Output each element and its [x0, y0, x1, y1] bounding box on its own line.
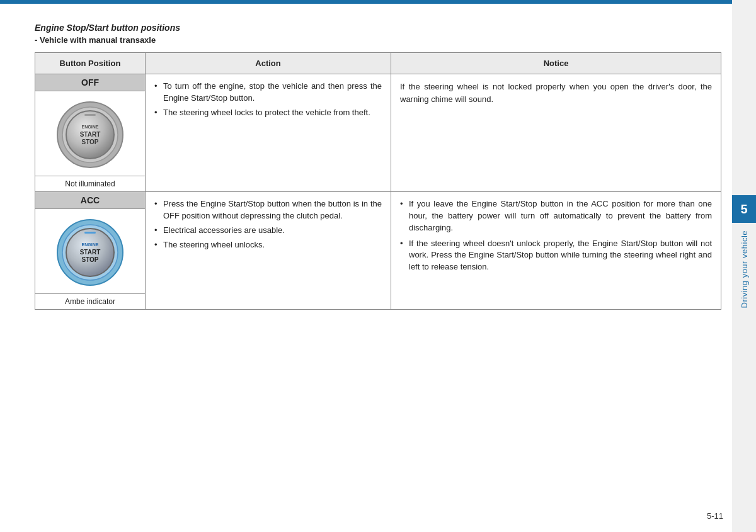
acc-caption: Ambe indicator	[35, 293, 145, 309]
acc-notice-list: If you leave the Engine Start/Stop butto…	[400, 198, 712, 273]
main-table: Button Position Action Notice OFF	[35, 52, 721, 310]
off-notice-cell: If the steering wheel is not locked prop…	[391, 74, 721, 192]
list-item: The steering wheel locks to protect the …	[154, 107, 382, 119]
off-badge: OFF	[35, 74, 145, 91]
off-caption: Not illuminated	[35, 176, 145, 191]
svg-rect-10	[84, 232, 96, 234]
acc-action-cell: Press the Engine Start/Stop button when …	[146, 192, 391, 310]
header-action: Action	[146, 53, 391, 74]
page-number: 5-11	[707, 511, 723, 521]
svg-text:START: START	[80, 249, 101, 256]
list-item: The steering wheel unlocks.	[154, 239, 382, 251]
acc-action-list: Press the Engine Start/Stop button when …	[154, 198, 382, 251]
header-notice: Notice	[391, 53, 721, 74]
off-button-image: ENGINE START STOP	[35, 91, 145, 176]
button-col-acc: ACC	[35, 192, 145, 309]
page-subtitle: - Vehicle with manual transaxle	[35, 35, 721, 45]
table-row: ACC	[35, 192, 721, 310]
button-col-off: OFF	[35, 74, 145, 191]
list-item: Electrical accessories are usable.	[154, 225, 382, 237]
list-item: If the steering wheel doesn't unlock pro…	[400, 238, 712, 274]
acc-notice-cell: If you leave the Engine Start/Stop butto…	[391, 192, 721, 310]
table-row: OFF	[35, 74, 721, 192]
svg-rect-3	[84, 114, 96, 116]
acc-badge: ACC	[35, 192, 145, 209]
acc-button-image: ENGINE START STOP	[35, 209, 145, 293]
list-item: Press the Engine Start/Stop button when …	[154, 198, 382, 222]
svg-text:STOP: STOP	[81, 139, 98, 145]
page-title: Engine Stop/Start button positions	[35, 23, 721, 33]
off-action-cell: To turn off the engine, stop the vehicle…	[146, 74, 391, 192]
svg-text:ENGINE: ENGINE	[82, 242, 99, 247]
list-item: To turn off the engine, stop the vehicle…	[154, 81, 382, 105]
content-area: Engine Stop/Start button positions - Veh…	[0, 4, 756, 322]
svg-text:START: START	[80, 131, 101, 138]
svg-text:STOP: STOP	[81, 256, 98, 263]
list-item: If you leave the Engine Start/Stop butto…	[400, 198, 712, 234]
header-button-position: Button Position	[35, 53, 146, 74]
off-action-list: To turn off the engine, stop the vehicle…	[154, 81, 382, 119]
off-notice-text: If the steering wheel is not locked prop…	[400, 81, 712, 105]
svg-text:ENGINE: ENGINE	[82, 125, 99, 129]
